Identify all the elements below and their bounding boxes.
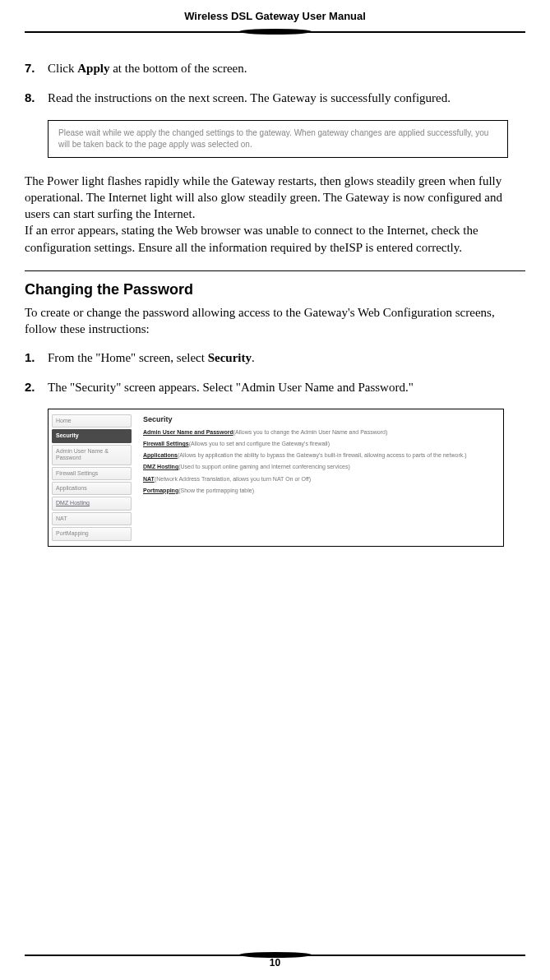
step-8: 8. Read the instructions on the next scr… (25, 90, 525, 106)
step-number: 8. (25, 90, 48, 106)
screenshot-main: Security Admin User Name and Password(Al… (135, 409, 503, 546)
paragraph: The Power light flashes rapidly while th… (25, 173, 525, 223)
message-box: Please wait while we apply the changed s… (48, 120, 508, 158)
step-text: Click Apply at the bottom of the screen. (48, 60, 525, 76)
sidebar-item-firewall: Firewall Settings (52, 467, 132, 480)
section-rule (25, 270, 525, 271)
security-screenshot: Home Security Admin User Name & Password… (48, 409, 504, 547)
screenshot-row: Admin User Name and Password(Allows you … (143, 428, 495, 436)
screenshot-row: DMZ Hosting(Used to support online gamin… (143, 463, 495, 470)
step-7: 7. Click Apply at the bottom of the scre… (25, 60, 525, 76)
header-rule (0, 29, 550, 35)
page-content: 7. Click Apply at the bottom of the scre… (0, 35, 550, 547)
text: The "Security" screen appears. Select "A… (48, 381, 414, 394)
bold-security: Security (208, 351, 252, 364)
page-number: 10 (0, 957, 550, 968)
sidebar-item-admin: Admin User Name & Password (52, 445, 132, 465)
screenshot-row: Firewall Settings(Allows you to set and … (143, 440, 495, 447)
section-heading: Changing the Password (25, 280, 525, 299)
ss-desc: (Allows you to set and configure the Gat… (189, 441, 330, 446)
ss-desc: (Allows you to change the Admin User Nam… (233, 429, 388, 435)
step-text: The "Security" screen appears. Select "A… (48, 379, 525, 395)
ss-link: NAT (143, 476, 155, 482)
ss-link: Admin User Name and Password (143, 429, 233, 435)
step-number: 2. (25, 379, 48, 395)
page-header: Wireless DSL Gateway User Manual (0, 0, 550, 22)
text: From the "Home" screen, select (48, 351, 208, 364)
ss-desc: (Used to support online gaming and Inter… (178, 464, 350, 469)
step-2: 2. The "Security" screen appears. Select… (25, 379, 525, 395)
sidebar-item-applications: Applications (52, 482, 132, 495)
bold-apply: Apply (77, 62, 109, 75)
text: at the bottom of the screen. (109, 62, 247, 75)
step-number: 7. (25, 60, 48, 76)
ss-link: Portmapping (143, 488, 178, 493)
screenshot-row: NAT(Network Address Translation, allows … (143, 475, 495, 483)
sidebar-item-nat: NAT (52, 512, 132, 525)
text: . (252, 351, 255, 364)
message-text: Please wait while we apply the changed s… (58, 127, 497, 150)
step-text: From the "Home" screen, select Security. (48, 349, 525, 366)
ss-desc: (Network Address Translation, allows you… (155, 476, 311, 482)
screenshot-sidebar: Home Security Admin User Name & Password… (49, 409, 135, 546)
ss-desc: (Show the portmapping table) (178, 488, 254, 493)
section-intro: To create or change the password allowin… (25, 304, 525, 338)
step-1: 1. From the "Home" screen, select Securi… (25, 349, 525, 366)
sidebar-item-security: Security (52, 429, 132, 442)
sidebar-item-home: Home (52, 414, 132, 428)
ss-link: DMZ Hosting (143, 464, 178, 469)
screenshot-row: Applications(Allows by application the a… (143, 451, 495, 459)
paragraph: If an error appears, stating the Web bro… (25, 222, 525, 256)
screenshot-title: Security (143, 414, 495, 424)
sidebar-item-portmap: PortMapping (52, 527, 132, 540)
text: Read the instructions on the next screen… (48, 91, 451, 104)
step-text: Read the instructions on the next screen… (48, 90, 525, 106)
ss-link: Applications (143, 452, 178, 458)
sidebar-item-dmz: DMZ Hosting (52, 497, 132, 510)
ss-link: Firewall Settings (143, 441, 189, 446)
step-number: 1. (25, 349, 48, 366)
ss-desc: (Allows by application the ability to by… (178, 452, 467, 458)
screenshot-row: Portmapping(Show the portmapping table) (143, 487, 495, 494)
text: Click (48, 62, 77, 75)
